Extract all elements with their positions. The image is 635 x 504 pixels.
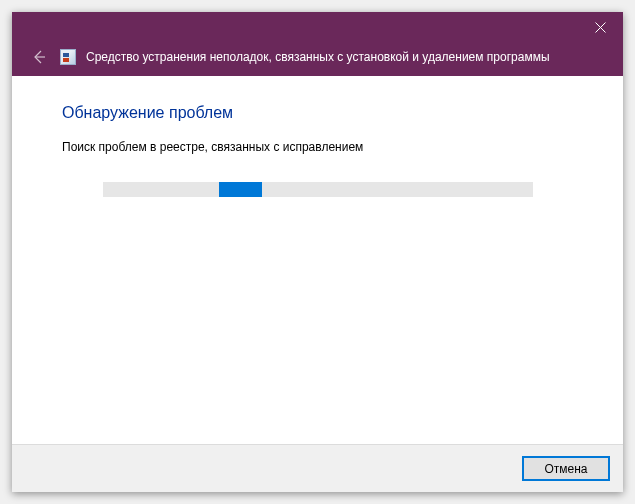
progress-bar [103,182,533,197]
titlebar-row: Средство устранения неполадок, связанных… [28,46,550,68]
close-button[interactable] [577,12,623,42]
back-arrow-icon [31,49,47,65]
footer: Отмена [12,444,623,492]
content-area: Обнаружение проблем Поиск проблем в реес… [12,76,623,444]
back-button[interactable] [28,46,50,68]
progress-indicator [219,182,262,197]
titlebar: Средство устранения неполадок, связанных… [12,12,623,76]
close-icon [595,22,606,33]
status-text: Поиск проблем в реестре, связанных с исп… [62,140,573,154]
troubleshooter-icon [60,49,76,65]
window-title: Средство устранения неполадок, связанных… [86,50,550,64]
page-heading: Обнаружение проблем [62,104,573,122]
troubleshooter-window: Средство устранения неполадок, связанных… [12,12,623,492]
cancel-button[interactable]: Отмена [523,457,609,480]
